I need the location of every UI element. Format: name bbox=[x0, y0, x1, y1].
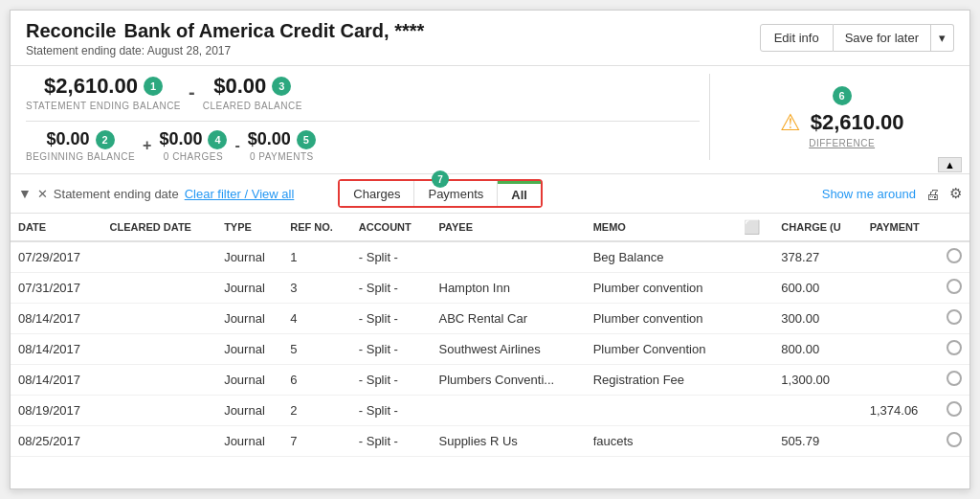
cell-type: Journal bbox=[216, 273, 282, 304]
clear-filter-link[interactable]: Clear filter / View all bbox=[185, 187, 295, 201]
badge-1: 1 bbox=[144, 77, 163, 96]
header: Reconcile Bank of America Credit Card, *… bbox=[11, 11, 969, 66]
radio-button[interactable] bbox=[947, 401, 962, 417]
cell-memo: Plumber convention bbox=[586, 273, 737, 304]
cell-radio[interactable] bbox=[939, 304, 969, 334]
cell-date: 07/31/2017 bbox=[11, 273, 102, 304]
cell-cleared-date bbox=[102, 365, 217, 396]
print-button[interactable]: 🖨 bbox=[925, 186, 940, 202]
minus-operator-1: - bbox=[181, 81, 203, 103]
statement-ending-balance-block: $2,610.00 1 STATEMENT ENDING BALANCE bbox=[26, 74, 181, 111]
cell-type: Journal bbox=[216, 334, 282, 365]
badge-5: 5 bbox=[297, 130, 316, 149]
cell-charge: 600.00 bbox=[773, 273, 861, 304]
top-row: $2,610.00 1 STATEMENT ENDING BALANCE - $… bbox=[26, 74, 700, 111]
cell-payee: Hampton Inn bbox=[432, 273, 586, 304]
radio-button[interactable] bbox=[947, 371, 962, 386]
table-row[interactable]: 07/31/2017 Journal 3 - Split - Hampton I… bbox=[11, 273, 969, 304]
col-payee: PAYEE bbox=[432, 214, 586, 241]
cell-date: 08/14/2017 bbox=[11, 365, 102, 396]
difference-label: DIFFERENCE bbox=[809, 138, 875, 148]
cell-payee: Plumbers Conventi... bbox=[432, 365, 586, 396]
app-container: Reconcile Bank of America Credit Card, *… bbox=[10, 10, 970, 489]
cleared-balance-label: CLEARED BALANCE bbox=[203, 101, 302, 111]
cell-date: 08/14/2017 bbox=[11, 304, 102, 334]
tabs-container: 7 Charges Payments All bbox=[338, 179, 543, 208]
cleared-balance-block: $0.00 3 CLEARED BALANCE bbox=[203, 74, 302, 111]
save-later-dropdown-button[interactable]: ▾ bbox=[931, 24, 954, 52]
charges-block: $0.00 4 0 CHARGES bbox=[159, 129, 227, 162]
cell-radio[interactable] bbox=[939, 426, 969, 457]
difference-block: 6 ⚠ $2,610.00 DIFFERENCE bbox=[709, 74, 954, 160]
cell-date: 08/14/2017 bbox=[11, 334, 102, 365]
cell-payment bbox=[862, 365, 939, 396]
header-title: Reconcile Bank of America Credit Card, *… bbox=[26, 20, 424, 42]
cell-type: Journal bbox=[216, 304, 282, 334]
radio-button[interactable] bbox=[947, 279, 962, 294]
difference-amount: $2,610.00 bbox=[811, 110, 904, 135]
cell-memo: Plumber convention bbox=[586, 304, 737, 334]
col-cleared-date: CLEARED DATE bbox=[102, 214, 217, 241]
statement-ending-balance-label: STATEMENT ENDING BALANCE bbox=[26, 101, 181, 111]
save-later-button[interactable]: Save for later bbox=[834, 24, 931, 52]
table-row[interactable]: 07/29/2017 Journal 1 - Split - Beg Balan… bbox=[11, 241, 969, 273]
table-row[interactable]: 08/25/2017 Journal 7 - Split - Supplies … bbox=[11, 426, 969, 457]
badge-7: 7 bbox=[432, 170, 449, 188]
filter-x-icon[interactable]: ✕ bbox=[37, 187, 48, 201]
cell-cleared-date bbox=[102, 426, 217, 457]
cell-charge: 1,300.00 bbox=[773, 365, 861, 396]
radio-button[interactable] bbox=[947, 309, 962, 325]
cell-memo: Beg Balance bbox=[586, 241, 737, 273]
col-account: ACCOUNT bbox=[351, 214, 432, 241]
col-date: DATE bbox=[11, 214, 102, 241]
filter-icon[interactable]: ▼ bbox=[18, 186, 32, 201]
cell-payee: Supplies R Us bbox=[432, 426, 586, 457]
col-check bbox=[939, 214, 969, 241]
beginning-balance-row: $0.00 2 bbox=[47, 129, 115, 149]
payments-label: 0 PAYMENTS bbox=[250, 151, 314, 162]
table-row[interactable]: 08/14/2017 Journal 6 - Split - Plumbers … bbox=[11, 365, 969, 396]
table-row[interactable]: 08/14/2017 Journal 5 - Split - Southwest… bbox=[11, 334, 969, 365]
cell-ref-no: 7 bbox=[282, 426, 350, 457]
table-container: DATE CLEARED DATE TYPE REF NO. ACCOUNT P… bbox=[11, 214, 969, 457]
cell-radio[interactable] bbox=[939, 241, 969, 273]
tab-payments-button[interactable]: Payments bbox=[414, 181, 498, 206]
cell-account: - Split - bbox=[351, 426, 432, 457]
bottom-row: $0.00 2 BEGINNING BALANCE + $0.00 4 0 CH… bbox=[26, 121, 700, 162]
radio-button[interactable] bbox=[947, 432, 962, 447]
cell-radio[interactable] bbox=[939, 396, 969, 426]
cell-account: - Split - bbox=[351, 396, 432, 426]
statement-ending-balance-row: $2,610.00 1 bbox=[44, 74, 163, 99]
summary-left: $2,610.00 1 STATEMENT ENDING BALANCE - $… bbox=[26, 74, 700, 162]
cell-radio[interactable] bbox=[939, 365, 969, 396]
table-row[interactable]: 08/14/2017 Journal 4 - Split - ABC Renta… bbox=[11, 304, 969, 334]
cell-ref-no: 6 bbox=[282, 365, 350, 396]
cell-ref-no: 2 bbox=[282, 396, 350, 426]
radio-button[interactable] bbox=[947, 340, 962, 355]
cell-cleared-date bbox=[102, 396, 217, 426]
charges-row: $0.00 4 bbox=[159, 129, 227, 149]
beginning-balance-amount: $0.00 bbox=[47, 129, 90, 149]
toolbar-right: Show me around 🖨 ⚙ bbox=[822, 185, 962, 202]
charges-label: 0 CHARGES bbox=[164, 151, 223, 162]
tab-all-button[interactable]: All bbox=[498, 181, 541, 206]
payments-block: $0.00 5 0 PAYMENTS bbox=[248, 129, 316, 162]
cell-payee: Southwest Airlines bbox=[432, 334, 586, 365]
radio-button[interactable] bbox=[947, 248, 962, 263]
cell-cleared-date bbox=[102, 273, 217, 304]
scroll-up-button[interactable]: ▲ bbox=[938, 157, 962, 172]
statement-date: Statement ending date: August 28, 2017 bbox=[26, 44, 424, 57]
table-row[interactable]: 08/19/2017 Journal 2 - Split - 1,374.06 bbox=[11, 396, 969, 426]
plus-operator: + bbox=[135, 137, 159, 154]
cell-radio[interactable] bbox=[939, 334, 969, 365]
show-me-around-link[interactable]: Show me around bbox=[822, 187, 916, 201]
edit-info-button[interactable]: Edit info bbox=[760, 24, 834, 52]
settings-button[interactable]: ⚙ bbox=[949, 185, 962, 202]
tab-charges-button[interactable]: Charges bbox=[340, 181, 414, 206]
cell-charge bbox=[773, 396, 861, 426]
cell-copy bbox=[736, 273, 773, 304]
toolbar: ▲ ▼ ✕ Statement ending date Clear filter… bbox=[11, 174, 969, 214]
cell-radio[interactable] bbox=[939, 273, 969, 304]
cell-payee bbox=[432, 396, 586, 426]
cleared-balance-row: $0.00 3 bbox=[213, 74, 291, 99]
